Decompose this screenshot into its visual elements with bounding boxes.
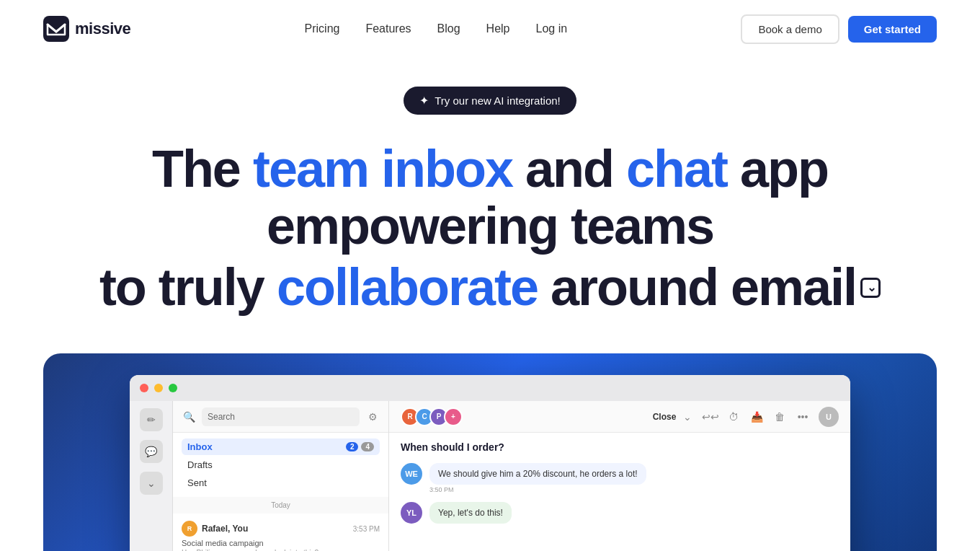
nav-item-pricing[interactable]: Pricing	[305, 22, 340, 35]
window-body: ✏ 💬 ⌄ 🔍 Search ⚙ Inbox	[130, 401, 850, 551]
sidebar-sent-item[interactable]: Sent	[182, 475, 380, 491]
inbox-badge-1: 2	[346, 442, 359, 451]
bubble-1-time: 3:50 PM	[429, 486, 646, 493]
email-list-panel: 🔍 Search ⚙ Inbox 2 4	[173, 401, 389, 551]
chevron-down-icon[interactable]: ⌄	[860, 278, 881, 298]
window-close-dot[interactable]	[140, 384, 148, 392]
email-item-1-header: R Rafael, You 3:53 PM	[182, 521, 380, 537]
archive-icon[interactable]: 📥	[749, 410, 764, 424]
inbox-badge-2: 4	[361, 442, 374, 451]
nav-actions: Book a demo Get started	[741, 14, 937, 44]
hero-headline-line2: to truly collaborate around email ⌄	[99, 257, 881, 317]
bubble-1-content: We should give him a 20% discount, he or…	[429, 463, 646, 485]
detail-avatar-4: +	[444, 407, 463, 426]
email-1-sender: Rafael, You	[202, 524, 248, 534]
email-1-subject: Social media campaign	[182, 539, 380, 547]
sparkle-icon: ✦	[419, 94, 429, 107]
bubble-2-content: Yep, let's do this!	[429, 502, 512, 524]
detail-toolbar: R C P + Close ⌄ ↩↩ ⏱ 📥 🗑 ••• U	[389, 401, 850, 433]
headline-around: around	[551, 257, 718, 317]
email-detail-panel: R C P + Close ⌄ ↩↩ ⏱ 📥 🗑 ••• U Wh	[389, 401, 850, 551]
get-started-button[interactable]: Get started	[848, 16, 937, 43]
sidebar-compose-icon[interactable]: ✏	[140, 408, 163, 431]
logo-text: missive	[75, 19, 130, 38]
bubble-1-avatar: WE	[401, 463, 422, 485]
nav-item-features[interactable]: Features	[365, 22, 411, 35]
app-sidebar: ✏ 💬 ⌄	[130, 401, 173, 551]
sidebar-chat-icon[interactable]: 💬	[140, 440, 163, 463]
sent-label: Sent	[187, 477, 207, 488]
detail-avatars: R C P +	[401, 407, 463, 426]
today-label: Today	[173, 497, 388, 513]
app-preview-section: ✏ 💬 ⌄ 🔍 Search ⚙ Inbox	[43, 353, 937, 551]
sidebar-more-icon[interactable]: ⌄	[140, 472, 163, 495]
nav-item-login[interactable]: Log in	[536, 22, 568, 35]
email-list-toolbar: 🔍 Search ⚙	[173, 401, 388, 433]
ai-badge-text: Try our new AI integration!	[435, 94, 561, 107]
email-1-avatar: R	[182, 521, 197, 537]
more-icon[interactable]: •••	[796, 410, 810, 424]
chat-bubble-2: YL Yep, let's do this!	[401, 502, 839, 524]
chat-messages: WE We should give him a 20% discount, he…	[389, 457, 850, 551]
app-window: ✏ 💬 ⌄ 🔍 Search ⚙ Inbox	[130, 375, 850, 551]
sidebar-drafts-item[interactable]: Drafts	[182, 457, 380, 473]
inbox-badges: 2 4	[346, 442, 374, 451]
search-box[interactable]: Search	[202, 407, 360, 426]
user-avatar: U	[819, 407, 839, 427]
headline-the: The	[152, 140, 253, 198]
hero-headline-line1: The team inbox and chat app empowering t…	[94, 141, 886, 255]
search-label: Search	[208, 412, 235, 422]
trash-icon[interactable]: 🗑	[772, 410, 787, 424]
navbar: missive Pricing Features Blog Help Log i…	[0, 0, 980, 58]
headline-email: email	[731, 257, 856, 317]
drafts-label: Drafts	[187, 459, 213, 470]
window-minimize-dot[interactable]	[154, 384, 163, 392]
bubble-2-avatar: YL	[401, 502, 422, 524]
inbox-label: Inbox	[187, 441, 213, 452]
nav-item-help[interactable]: Help	[486, 22, 510, 35]
email-1-time: 3:53 PM	[353, 525, 380, 533]
close-button[interactable]: Close	[657, 410, 672, 424]
nav-item-blog[interactable]: Blog	[437, 22, 460, 35]
window-titlebar	[130, 375, 850, 401]
sidebar-inbox-item[interactable]: Inbox 2 4	[182, 438, 380, 455]
hero-section: ✦ Try our new AI integration! The team i…	[0, 58, 980, 317]
detail-subject: When should I order?	[389, 433, 850, 457]
filter-icon[interactable]: ⚙	[365, 410, 380, 424]
book-demo-button[interactable]: Book a demo	[741, 14, 839, 44]
email-items-list: R Rafael, You 3:53 PM Social media campa…	[173, 513, 388, 551]
nav-links: Pricing Features Blog Help Log in	[305, 22, 568, 35]
headline-and: and	[512, 140, 626, 198]
logo-icon	[43, 16, 69, 42]
logo[interactable]: missive	[43, 16, 130, 42]
headline-team-inbox: team inbox	[253, 140, 512, 198]
detail-chevron-icon[interactable]: ⌄	[680, 410, 695, 424]
reply-all-icon[interactable]: ↩↩	[703, 410, 718, 424]
search-icon: 🔍	[182, 410, 196, 424]
ai-badge[interactable]: ✦ Try our new AI integration!	[404, 87, 576, 115]
window-maximize-dot[interactable]	[169, 384, 177, 392]
headline-chat: chat	[626, 140, 727, 198]
headline-to-truly: to truly	[99, 257, 264, 317]
headline-collaborate: collaborate	[277, 257, 538, 317]
email-item-1[interactable]: R Rafael, You 3:53 PM Social media campa…	[173, 513, 388, 551]
timer-icon[interactable]: ⏱	[726, 410, 741, 424]
headline-email-dropdown[interactable]: email ⌄	[731, 257, 881, 317]
email-sidebar-nav: Inbox 2 4 Drafts Sent	[173, 433, 388, 497]
chat-bubble-1: WE We should give him a 20% discount, he…	[401, 463, 839, 493]
